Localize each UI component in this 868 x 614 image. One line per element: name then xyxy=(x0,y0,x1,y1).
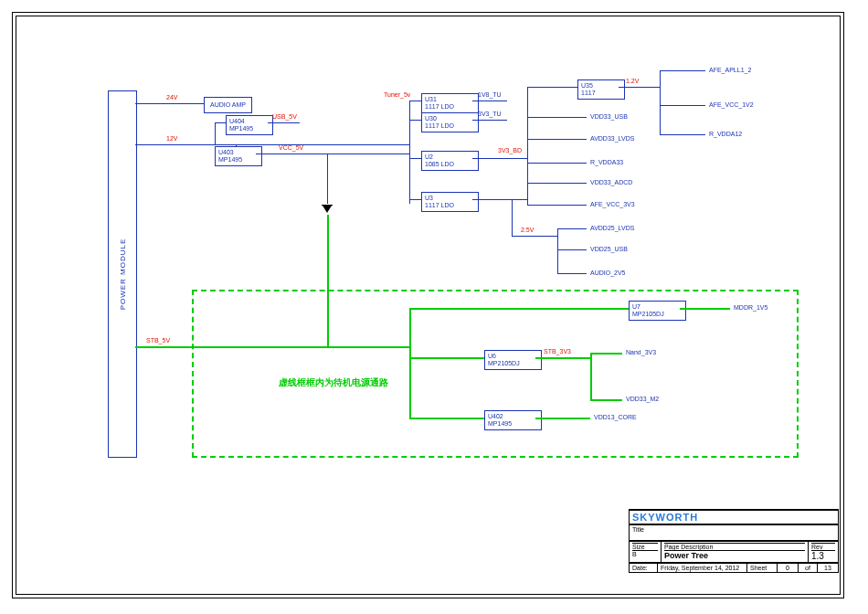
wire xyxy=(236,144,237,147)
wire xyxy=(409,199,422,200)
dashed-standby-region xyxy=(192,290,799,458)
wire-green xyxy=(409,418,484,419)
block-u404: U404 MP1495 xyxy=(226,115,273,135)
label-1v8-tu: 1V8_TU xyxy=(478,91,502,98)
wire xyxy=(527,183,587,184)
wire-green xyxy=(135,346,409,348)
diode-bar xyxy=(322,205,333,206)
wire xyxy=(557,228,587,229)
wire xyxy=(215,122,226,123)
rev: 1.3 xyxy=(811,550,835,561)
net-afe-vcc-3v3: AFE_VCC_3V3 xyxy=(590,201,635,207)
block-u7: U7 MP2105DJ xyxy=(629,301,686,321)
wire xyxy=(256,154,409,154)
wire xyxy=(409,154,410,204)
net-r-vdda12: R_VDDA12 xyxy=(709,131,742,137)
wire xyxy=(557,228,558,274)
label-usb-5v: USB_5V xyxy=(272,113,297,120)
diode-icon xyxy=(323,206,332,213)
block-power-module: POWER MODULE xyxy=(108,90,137,458)
net-r-vdda33: R_VDDA33 xyxy=(590,159,623,165)
wire xyxy=(135,103,204,104)
power-module-label: POWER MODULE xyxy=(119,238,127,311)
block-u3: U3 1117 LDO xyxy=(421,192,479,212)
wire xyxy=(660,134,705,135)
block-u403: U403 MP1495 xyxy=(215,146,262,166)
wire xyxy=(527,205,587,206)
net-avdd33-lvds: AVDD33_LVDS xyxy=(590,135,634,142)
label-3v3-bd: 3V3_BD xyxy=(498,147,522,154)
wire-green xyxy=(590,353,592,400)
wire xyxy=(527,87,577,88)
net-vdd33-usb: VDD33_USB xyxy=(590,113,628,120)
wire xyxy=(472,199,527,200)
label-stb-5v: STB_5V xyxy=(146,337,170,344)
wire-green xyxy=(409,308,411,418)
logo: SKYWORTH xyxy=(630,510,838,524)
net-mddr-1v5: MDDR_1V5 xyxy=(734,304,767,311)
net-vdd33-adcd: VDD33_ADCD xyxy=(590,179,632,185)
label-12v: 12V xyxy=(166,135,177,142)
wire xyxy=(527,163,587,164)
label-2v5: 2.5V xyxy=(521,227,534,233)
wire-green xyxy=(590,353,622,355)
title-block: SKYWORTH Title Size B Page Description P… xyxy=(629,509,839,573)
date: Friday, September 14, 2012 xyxy=(657,563,746,572)
diagram-page: POWER MODULE 24V AUDIO AMP 12V U404 MP14… xyxy=(0,0,868,614)
block-u2: U2 1085 LDO xyxy=(421,151,479,171)
wire xyxy=(557,273,587,274)
label-tuner-5v: Tuner_5v xyxy=(384,91,410,98)
wire xyxy=(472,120,507,121)
title-label: Title xyxy=(630,524,838,540)
label-24v: 24V xyxy=(166,94,177,101)
net-vdd33-m2: VDD33_M2 xyxy=(626,396,659,402)
net-afe-apll: AFE_APLL1_2 xyxy=(709,67,751,73)
wire xyxy=(660,105,705,106)
net-afe-vcc-1v2: AFE_VCC_1V2 xyxy=(709,101,754,108)
wire xyxy=(135,144,409,145)
wire xyxy=(409,101,422,101)
label-stb-3v3: STB_3V3 xyxy=(544,348,571,355)
wire-green xyxy=(590,399,622,401)
wire xyxy=(527,117,587,118)
wire xyxy=(409,158,422,159)
wire-green xyxy=(535,357,590,359)
wire xyxy=(327,154,328,204)
net-audio-2v5: AUDIO_2V5 xyxy=(590,270,626,276)
block-u31: U31 1117 LDO xyxy=(421,93,479,113)
block-u402: U402 MP1495 xyxy=(484,410,542,430)
net-avdd25-lvds: AVDD25_LVDS xyxy=(590,225,634,231)
label-3v3-tu: 3V3_TU xyxy=(478,111,502,117)
wire xyxy=(619,87,660,88)
net-nand-3v3: Nand_3V3 xyxy=(626,349,656,355)
net-vdd13-core: VDD13_CORE xyxy=(594,414,637,420)
block-u30: U30 1117 LDO xyxy=(421,112,479,132)
page-description: Power Tree xyxy=(664,550,805,560)
wire xyxy=(409,101,410,154)
wire xyxy=(472,158,527,159)
wire-green xyxy=(409,308,629,310)
net-vdd25-usb: VDD25_USB xyxy=(590,246,628,252)
standby-note: 虚线框框内为待机电源通路 xyxy=(279,376,388,389)
wire xyxy=(660,70,661,134)
wire xyxy=(409,120,422,121)
wire xyxy=(472,101,507,101)
block-u6: U6 MP2105DJ xyxy=(484,350,542,370)
wire xyxy=(557,249,587,250)
wire-green xyxy=(535,418,590,419)
wire xyxy=(512,236,557,237)
block-audio-amp: AUDIO AMP xyxy=(204,97,252,113)
wire-green xyxy=(680,308,730,310)
wire xyxy=(527,139,587,140)
label-vcc-5v: VCC_5V xyxy=(279,144,303,151)
wire xyxy=(512,199,513,236)
block-u35: U35 1117 xyxy=(577,79,625,100)
wire xyxy=(527,87,528,206)
wire xyxy=(268,122,300,123)
wire-green xyxy=(409,357,484,359)
wire xyxy=(215,122,216,144)
label-1v2: 1.2V xyxy=(626,78,639,84)
wire xyxy=(660,70,705,71)
